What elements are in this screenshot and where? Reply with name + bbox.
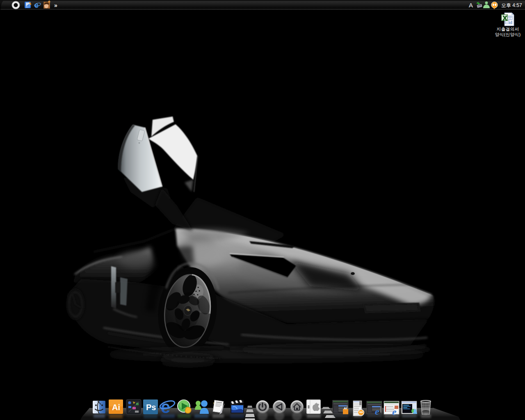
svg-text:Ps: Ps bbox=[146, 403, 156, 412]
svg-text:오후 4:57: 오후 4:57 bbox=[501, 2, 522, 8]
svg-text:»: » bbox=[54, 2, 57, 9]
svg-text:e: e bbox=[34, 1, 39, 9]
svg-text:Ai: Ai bbox=[112, 403, 120, 412]
svg-text:e: e bbox=[161, 397, 170, 417]
svg-text:Ai: Ai bbox=[344, 406, 347, 410]
svg-text:A: A bbox=[469, 2, 473, 9]
